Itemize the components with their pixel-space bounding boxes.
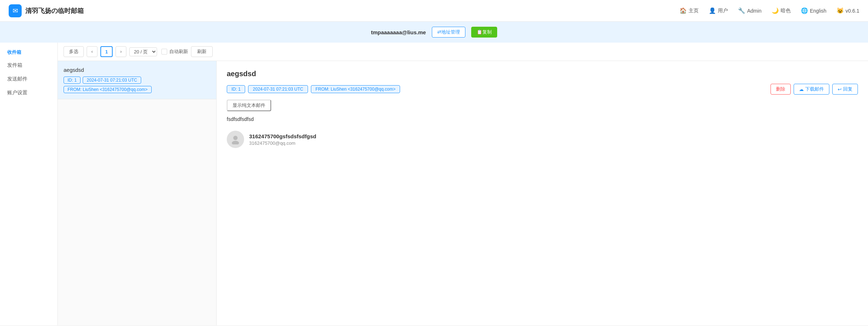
prev-icon: ‹ bbox=[91, 49, 93, 54]
email-body: fsdfsdfsdfsd bbox=[227, 116, 858, 122]
version-icon: 😺 bbox=[837, 7, 844, 14]
lang-icon: 🌐 bbox=[801, 7, 808, 14]
content-area: 多选 ‹ 1 › 20 / 页 50 / 页 自动刷新 刷新 ae bbox=[58, 43, 868, 325]
nav-admin-label: Admin bbox=[747, 8, 761, 14]
detail-subject: aegsdsd bbox=[227, 70, 858, 78]
auto-refresh-checkbox[interactable] bbox=[161, 49, 167, 55]
sidebar-item-settings[interactable]: 账户设置 bbox=[0, 86, 57, 100]
email-list-item[interactable]: aegsdsd ID: 1 2024-07-31 07:21:03 UTC FR… bbox=[58, 61, 216, 99]
multi-select-button[interactable]: 多选 bbox=[64, 46, 84, 57]
sidebar-inbox-title: 收件箱 bbox=[0, 45, 57, 58]
nav-admin[interactable]: 🔧 Admin bbox=[738, 7, 761, 14]
page-size-select[interactable]: 20 / 页 50 / 页 bbox=[129, 47, 157, 56]
admin-icon: 🔧 bbox=[738, 7, 745, 14]
logo-area: ✉ 清羽飞扬の临时邮箱 bbox=[9, 4, 680, 17]
sidebar-item-sent[interactable]: 发送邮件 bbox=[0, 72, 57, 86]
nav-user-label: 用户 bbox=[718, 8, 728, 14]
nav-version[interactable]: 😺 v0.6.1 bbox=[837, 7, 859, 14]
toolbar: 多选 ‹ 1 › 20 / 页 50 / 页 自动刷新 刷新 bbox=[58, 43, 868, 61]
next-page-button[interactable]: › bbox=[116, 46, 126, 57]
detail-date-tag: 2024-07-31 07:21:03 UTC bbox=[248, 85, 308, 93]
nav-theme[interactable]: 🌙 暗色 bbox=[772, 7, 791, 14]
auto-refresh-label[interactable]: 自动刷新 bbox=[169, 48, 188, 55]
main-layout: 收件箱 发件箱 发送邮件 账户设置 多选 ‹ 1 › 20 / 页 50 / 页… bbox=[0, 43, 868, 325]
download-button[interactable]: ☁ 下载邮件 bbox=[794, 84, 829, 95]
user-icon: 👤 bbox=[709, 7, 716, 14]
svg-point-1 bbox=[232, 141, 239, 144]
svg-point-0 bbox=[233, 136, 238, 140]
header-nav: 🏠 主页 👤 用户 🔧 Admin 🌙 暗色 🌐 English 😺 v0.6.… bbox=[680, 7, 859, 14]
current-page: 1 bbox=[100, 46, 113, 57]
prev-page-button[interactable]: ‹ bbox=[87, 46, 97, 57]
detail-actions: 删除 ☁ 下载邮件 ↩ 回复 bbox=[771, 84, 858, 95]
copy-button[interactable]: 📋复制 bbox=[471, 27, 497, 38]
email-item-tags: ID: 1 2024-07-31 07:21:03 UTC FROM: LiuS… bbox=[64, 77, 211, 93]
delete-button[interactable]: 删除 bbox=[771, 84, 791, 95]
sidebar-item-outbox[interactable]: 发件箱 bbox=[0, 58, 57, 72]
reply-icon: ↩ bbox=[838, 87, 842, 92]
header: ✉ 清羽飞扬の临时邮箱 🏠 主页 👤 用户 🔧 Admin 🌙 暗色 🌐 Eng… bbox=[0, 0, 868, 22]
nav-lang-label: English bbox=[810, 8, 826, 14]
home-icon: 🏠 bbox=[680, 7, 687, 14]
sender-email: 3162475700@qq.com bbox=[249, 140, 316, 146]
download-icon: ☁ bbox=[799, 87, 804, 92]
two-column-layout: aegsdsd ID: 1 2024-07-31 07:21:03 UTC FR… bbox=[58, 61, 868, 325]
next-icon: › bbox=[120, 49, 122, 54]
email-list: aegsdsd ID: 1 2024-07-31 07:21:03 UTC FR… bbox=[58, 61, 217, 325]
address-manage-button[interactable]: ⇄地址管理 bbox=[432, 27, 465, 38]
sender-name: 3162475700gsfsdsfsdfgsd bbox=[249, 133, 316, 139]
email-id-tag: ID: 1 bbox=[64, 77, 81, 84]
email-bar: tmpaaaaaaa@lius.me ⇄地址管理 📋复制 bbox=[0, 22, 868, 43]
sender-details: 3162475700gsfsdsfsdfgsd 3162475700@qq.co… bbox=[249, 133, 316, 146]
auto-refresh-container: 自动刷新 bbox=[161, 48, 188, 55]
nav-theme-label: 暗色 bbox=[781, 8, 791, 14]
reply-button[interactable]: ↩ 回复 bbox=[832, 84, 858, 95]
nav-home-label: 主页 bbox=[689, 8, 699, 14]
email-address: tmpaaaaaaa@lius.me bbox=[371, 29, 426, 35]
email-detail: aegsdsd ID: 1 2024-07-31 07:21:03 UTC FR… bbox=[217, 61, 868, 325]
nav-version-label: v0.6.1 bbox=[846, 8, 859, 14]
theme-icon: 🌙 bbox=[772, 7, 779, 14]
show-plain-button[interactable]: 显示纯文本邮件 bbox=[227, 100, 271, 111]
email-from-tag: FROM: LiuShen <3162475700@qq.com> bbox=[64, 86, 152, 93]
email-item-subject: aegsdsd bbox=[64, 67, 211, 73]
sender-info: 3162475700gsfsdsfsdfgsd 3162475700@qq.co… bbox=[227, 131, 858, 148]
refresh-button[interactable]: 刷新 bbox=[191, 46, 213, 57]
sidebar: 收件箱 发件箱 发送邮件 账户设置 bbox=[0, 43, 58, 325]
nav-home[interactable]: 🏠 主页 bbox=[680, 7, 699, 14]
logo-icon: ✉ bbox=[9, 4, 22, 17]
sender-avatar bbox=[227, 131, 244, 148]
detail-from-tag: FROM: LiuShen <3162475700@qq.com> bbox=[311, 85, 400, 93]
detail-id-tag: ID: 1 bbox=[227, 85, 245, 93]
nav-lang[interactable]: 🌐 English bbox=[801, 7, 826, 14]
detail-tags: ID: 1 2024-07-31 07:21:03 UTC FROM: LiuS… bbox=[227, 84, 858, 95]
nav-user[interactable]: 👤 用户 bbox=[709, 7, 728, 14]
app-title: 清羽飞扬の临时邮箱 bbox=[25, 6, 84, 15]
email-date-tag: 2024-07-31 07:21:03 UTC bbox=[83, 77, 141, 84]
